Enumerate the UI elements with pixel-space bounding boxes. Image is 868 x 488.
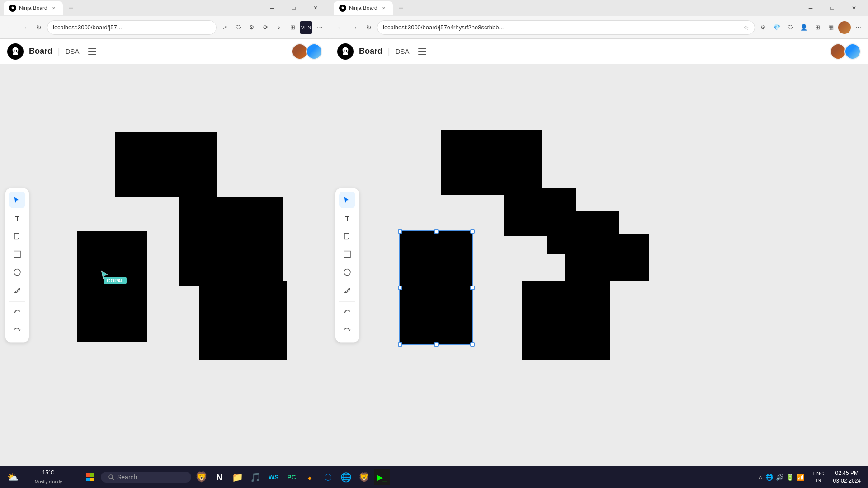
left-browser-tab[interactable]: Ninja Board ✕: [4, 1, 63, 15]
taskbar-icon-unknown1[interactable]: 🦁: [193, 469, 209, 485]
handle-ml[interactable]: [398, 286, 402, 290]
right-shape-3b[interactable]: [565, 234, 649, 281]
left-refresh-button[interactable]: ↻: [33, 21, 45, 34]
right-shape-3a[interactable]: [522, 281, 610, 360]
right-tab-close[interactable]: ✕: [380, 5, 387, 12]
taskbar-icon-chrome[interactable]: 🌐: [338, 469, 354, 485]
left-new-tab-button[interactable]: +: [65, 2, 77, 14]
right-tool-redo[interactable]: [339, 323, 355, 339]
right-tool-note[interactable]: [339, 228, 355, 244]
svg-rect-19: [90, 473, 94, 477]
left-back-button[interactable]: ←: [4, 21, 16, 34]
handle-tl[interactable]: [398, 229, 402, 234]
handle-mr[interactable]: [470, 286, 475, 290]
right-url-bar[interactable]: localhost:3000/board/j57e4rhysrf2he8scrh…: [377, 20, 755, 35]
weather-cloud-icon: ⛅: [7, 472, 19, 483]
taskbar-icon-brave[interactable]: 🦁: [356, 469, 372, 485]
left-extensions-icon[interactable]: ⚙: [245, 21, 258, 34]
right-new-tab-button[interactable]: +: [395, 2, 407, 14]
taskbar-icon-vscode[interactable]: ⬡: [320, 469, 336, 485]
left-tool-text[interactable]: T: [9, 210, 25, 226]
left-music-icon[interactable]: ♪: [273, 21, 285, 34]
left-menu-icon[interactable]: ⋯: [313, 21, 326, 34]
left-tool-pen[interactable]: [9, 282, 25, 299]
right-sidebar-icon[interactable]: ▦: [825, 21, 837, 34]
right-wallet-icon[interactable]: 💎: [770, 21, 783, 34]
right-tool-pen[interactable]: [339, 282, 355, 299]
left-split-icon[interactable]: ⊞: [286, 21, 299, 34]
left-vpn-icon[interactable]: VPN: [300, 21, 312, 34]
left-tool-note[interactable]: [9, 228, 25, 244]
left-shape-4[interactable]: [199, 281, 287, 360]
right-profile-icon[interactable]: 👤: [797, 21, 810, 34]
systray-wifi-icon[interactable]: 📶: [797, 474, 804, 481]
right-bookmark-icon[interactable]: ☆: [743, 24, 749, 31]
right-canvas[interactable]: T: [330, 64, 868, 466]
right-tool-text[interactable]: T: [339, 210, 355, 226]
systray-speaker-icon[interactable]: 🔊: [776, 474, 783, 481]
systray-language[interactable]: ENG IN: [810, 470, 828, 484]
systray-chevron[interactable]: ∧: [759, 474, 763, 480]
left-tool-select[interactable]: [9, 192, 25, 208]
right-back-button[interactable]: ←: [334, 21, 346, 34]
handle-tc[interactable]: [434, 229, 439, 234]
left-tool-redo[interactable]: [9, 323, 25, 339]
taskbar-icon-notion[interactable]: N: [211, 469, 227, 485]
right-minimize-button[interactable]: ─: [800, 0, 821, 16]
right-browser-tab[interactable]: Ninja Board ✕: [334, 1, 393, 15]
left-avatar-2[interactable]: [306, 43, 322, 60]
right-tool-select[interactable]: [339, 192, 355, 208]
taskbar-icon-spotify[interactable]: 🎵: [247, 469, 264, 485]
handle-bl[interactable]: [398, 342, 402, 347]
left-tool-undo[interactable]: [9, 305, 25, 321]
taskbar-icon-pycharm[interactable]: PC: [283, 469, 300, 485]
left-tool-ellipse[interactable]: [9, 264, 25, 281]
left-history-icon[interactable]: ⟳: [259, 21, 272, 34]
left-hamburger-menu[interactable]: [85, 44, 99, 59]
left-forward-button[interactable]: →: [18, 21, 31, 34]
left-shape-3[interactable]: [77, 231, 147, 342]
right-shape-1[interactable]: [441, 130, 542, 195]
taskbar-icon-files[interactable]: 📁: [229, 469, 245, 485]
right-maximize-button[interactable]: □: [822, 0, 843, 16]
taskbar-icon-terminal[interactable]: ▶_: [374, 469, 390, 485]
left-shield-icon[interactable]: 🛡: [232, 21, 245, 34]
handle-br[interactable]: [470, 342, 475, 347]
right-close-button[interactable]: ✕: [844, 0, 864, 16]
systray-battery-icon[interactable]: 🔋: [786, 474, 794, 481]
right-avatar-btn[interactable]: [838, 21, 851, 34]
left-minimize-button[interactable]: ─: [262, 0, 283, 16]
handle-bc[interactable]: [434, 342, 439, 347]
right-shield-icon[interactable]: 🛡: [784, 21, 797, 34]
start-button[interactable]: [81, 468, 99, 486]
right-shape-selected[interactable]: [400, 231, 472, 344]
right-forward-button[interactable]: →: [348, 21, 361, 34]
right-hamburger-menu[interactable]: [415, 44, 429, 59]
taskbar-icon-sublime[interactable]: ⬥: [302, 469, 318, 485]
right-collections-icon[interactable]: ⊞: [811, 21, 824, 34]
systray-network-icon[interactable]: 🌐: [765, 474, 773, 481]
left-shape-2[interactable]: [179, 197, 283, 286]
taskbar-search[interactable]: Search: [101, 472, 191, 483]
right-refresh-button[interactable]: ↻: [363, 21, 375, 34]
taskbar-icon-webstorm[interactable]: WS: [265, 469, 282, 485]
left-shape-1[interactable]: [115, 132, 217, 197]
left-avatar-1[interactable]: [292, 43, 308, 60]
left-canvas[interactable]: T: [0, 64, 330, 466]
left-tab-close[interactable]: ✕: [50, 5, 57, 12]
svg-point-9: [342, 7, 344, 9]
right-tool-ellipse[interactable]: [339, 264, 355, 281]
right-tool-rect[interactable]: [339, 246, 355, 263]
left-tool-rect[interactable]: [9, 246, 25, 263]
right-avatar-1[interactable]: [830, 43, 846, 60]
handle-tr[interactable]: [470, 229, 475, 234]
right-extensions-icon[interactable]: ⚙: [757, 21, 769, 34]
right-tool-undo[interactable]: [339, 305, 355, 321]
left-maximize-button[interactable]: □: [283, 0, 304, 16]
left-share-icon[interactable]: ↗: [218, 21, 231, 34]
systray-time[interactable]: 02:45 PM 03-02-2024: [830, 469, 864, 485]
left-url-bar[interactable]: localhost:3000/board/j57...: [47, 20, 217, 35]
left-close-button[interactable]: ✕: [305, 0, 326, 16]
right-avatar-2[interactable]: [844, 43, 861, 60]
right-menu-icon[interactable]: ⋯: [852, 21, 864, 34]
